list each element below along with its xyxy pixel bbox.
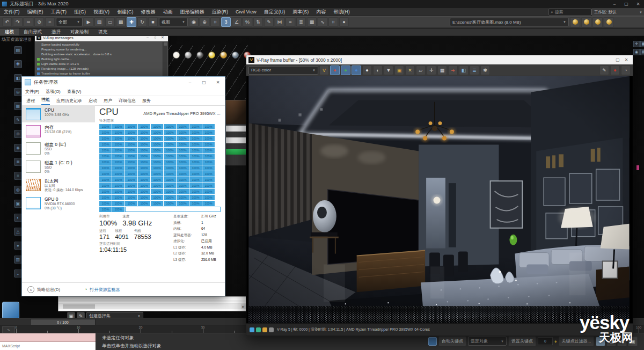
left-toolbar-icon-2[interactable]: ✚ [14, 60, 22, 68]
keyboard-override-icon[interactable]: ⌗ [210, 17, 220, 27]
material-editor-icon[interactable]: ● [339, 17, 349, 27]
render-image[interactable] [246, 76, 633, 323]
left-toolbar-icon-14[interactable]: △ [14, 228, 22, 236]
menu-item[interactable]: 创建(C) [113, 9, 137, 16]
gold-sphere-icon[interactable] [220, 52, 227, 59]
reference-coordinate-dropdown[interactable]: 视图▼ [159, 18, 188, 26]
close-button[interactable]: ✕ [622, 57, 631, 62]
left-toolbar-icon-10[interactable]: ⌗ [14, 172, 22, 180]
ribbon-tab-4[interactable]: 对象绘制 [65, 28, 93, 35]
yellow-sphere-icon[interactable] [208, 52, 215, 59]
minimize-button[interactable]: – [183, 77, 197, 88]
set-key-button[interactable]: 设置关键点 [508, 336, 536, 346]
menu-item[interactable]: 文件(F) [0, 9, 24, 16]
duplicate-to-host-icon[interactable]: ▱ [416, 65, 426, 75]
macro-recorder-line[interactable] [0, 333, 96, 342]
menu-item[interactable]: 图形编辑器 [177, 9, 208, 16]
fewer-details-button[interactable]: 简略信息(D) [37, 287, 60, 293]
menu-item[interactable]: 视图(V) [90, 9, 113, 16]
blue-channel-icon[interactable]: ● [352, 65, 361, 75]
ribbon-tab-2[interactable]: 自由形式 [19, 28, 47, 35]
left-toolbar-icon-9[interactable]: ≣ [14, 158, 22, 166]
left-toolbar-icon-13[interactable]: ◐ [14, 214, 22, 222]
tm-tab-5[interactable]: 用户 [104, 98, 112, 105]
select-object-icon[interactable]: ▶ [84, 17, 93, 27]
angle-snap-icon[interactable]: ∠ [232, 17, 241, 27]
ribbon-tab-3[interactable]: 选择 [47, 28, 65, 35]
load-image-icon[interactable]: ▣ [394, 65, 404, 75]
spinner-snap-icon[interactable]: ⇅ [253, 17, 263, 27]
left-toolbar-icon-3[interactable]: ◧ [14, 74, 22, 82]
left-toolbar-icon-8[interactable]: ◈ [14, 144, 22, 152]
command-panel-tab-4[interactable]: ▤ [640, 49, 644, 55]
menu-item[interactable]: 工具(T) [47, 9, 71, 16]
menu-item[interactable]: 自定义(U) [260, 9, 289, 16]
selection-filter-dropdown[interactable]: 全部▼ [56, 18, 83, 26]
curve-editor-icon[interactable]: ∿ [318, 17, 327, 27]
left-toolbar-icon-12[interactable]: ▣ [14, 200, 22, 208]
red-channel-icon[interactable]: ● [330, 65, 340, 75]
select-and-rotate-icon[interactable]: ↻ [137, 17, 147, 27]
mirror-icon[interactable]: ⋈ [275, 17, 284, 27]
scrollbar[interactable] [163, 42, 167, 77]
compare-icon[interactable]: ◧ [459, 65, 469, 75]
auto-key-button[interactable]: 自动关键点 [438, 336, 466, 346]
menu-item[interactable]: 动画 [159, 9, 177, 16]
minimize-button[interactable]: – [609, 1, 620, 8]
scroll-right-icon[interactable]: ▶ [241, 304, 246, 309]
left-toolbar-icon-17[interactable]: ◒ [14, 269, 22, 278]
rectangular-selection-region-icon[interactable]: ▭ [105, 17, 115, 27]
resume-render-icon[interactable]: ◔ [621, 65, 631, 75]
tm-menu-item[interactable]: 文件(F) [25, 89, 39, 94]
history-icon[interactable]: ≣ [470, 65, 479, 75]
channel-dropdown[interactable]: RGB color ▼ [248, 66, 318, 75]
key-frame-field[interactable]: 0 [538, 337, 553, 345]
scene-file-dropdown[interactable]: E:\scenes\客厅效果图.max (8.0 MB)▼ [450, 18, 569, 26]
pin-icon[interactable]: ➜ [448, 65, 458, 75]
edit-named-selection-icon[interactable]: ✎ [264, 17, 274, 27]
percent-snap-icon[interactable]: % [243, 17, 252, 27]
left-toolbar-icon-7[interactable]: ⊕ [14, 130, 22, 138]
select-and-scale-icon[interactable]: ■ [148, 17, 158, 27]
stop-render-icon[interactable]: ● [610, 65, 620, 75]
close-button[interactable]: ✕ [211, 77, 225, 88]
menu-item[interactable]: 编辑(E) [24, 9, 47, 16]
close-button[interactable]: ✕ [632, 1, 644, 8]
gray-sphere-icon[interactable] [185, 52, 192, 59]
layer-manager-icon[interactable]: ≣ [296, 17, 306, 27]
vfb-titlebar[interactable]: V V-Ray frame buffer - [50% of 3000 x 20… [246, 55, 633, 64]
tm-menu-item[interactable]: 查看(V) [67, 89, 82, 94]
blue-sphere-icon[interactable] [232, 52, 239, 59]
perf-sidebar-item[interactable]: GPU 0NVIDIA RTX A60000% (38 °C) [22, 194, 95, 213]
save-image-icon[interactable]: ▼ [384, 65, 393, 75]
ribbon-tab-5[interactable]: 填充 [93, 28, 112, 35]
ribbon-tab-1[interactable]: 建模 [0, 28, 19, 35]
menu-item[interactable]: 修改器 [137, 9, 159, 16]
selected-filter-dropdown[interactable]: 选定对象 ▼ [468, 337, 507, 346]
left-toolbar-icon-15[interactable]: ● [14, 242, 22, 250]
minimize-button[interactable]: – [144, 35, 151, 40]
graphite-ribbon-icon[interactable]: ▦ [307, 17, 317, 27]
track-mouse-icon[interactable]: ✛ [427, 65, 436, 75]
tm-tab-3[interactable]: 应用历史记录 [56, 98, 82, 105]
perf-sidebar-item[interactable]: CPU100% 3.98 GHz [22, 105, 95, 122]
green-channel-icon[interactable]: ● [341, 65, 350, 75]
menu-item[interactable]: 组(G) [70, 9, 90, 16]
color-correction-icon[interactable]: ✎ [599, 65, 609, 75]
settings-icon[interactable]: ✱ [480, 65, 490, 75]
snap-toggle-icon[interactable]: 3 [221, 17, 231, 27]
tm-tab-1[interactable]: 进程 [26, 98, 35, 105]
left-toolbar-icon-4[interactable]: ◎ [14, 88, 22, 96]
menu-item[interactable]: 脚本(S) [289, 9, 312, 16]
menu-item[interactable]: Civil View [232, 9, 260, 14]
tm-tab-2[interactable]: 性能 [41, 97, 50, 105]
left-toolbar-icon-11[interactable]: ◍ [14, 186, 22, 194]
menu-item[interactable]: 内容 [312, 9, 330, 16]
app-icon[interactable] [2, 302, 19, 319]
align-icon[interactable]: ≡ [286, 17, 295, 27]
tm-tab-4[interactable]: 启动 [89, 98, 97, 105]
maximize-button[interactable]: ▢ [613, 57, 622, 62]
select-by-name-icon[interactable]: ▤ [94, 17, 104, 27]
teapot-icon[interactable] [196, 52, 203, 59]
open-resource-monitor-link[interactable]: 打开资源监视器 [90, 287, 120, 293]
